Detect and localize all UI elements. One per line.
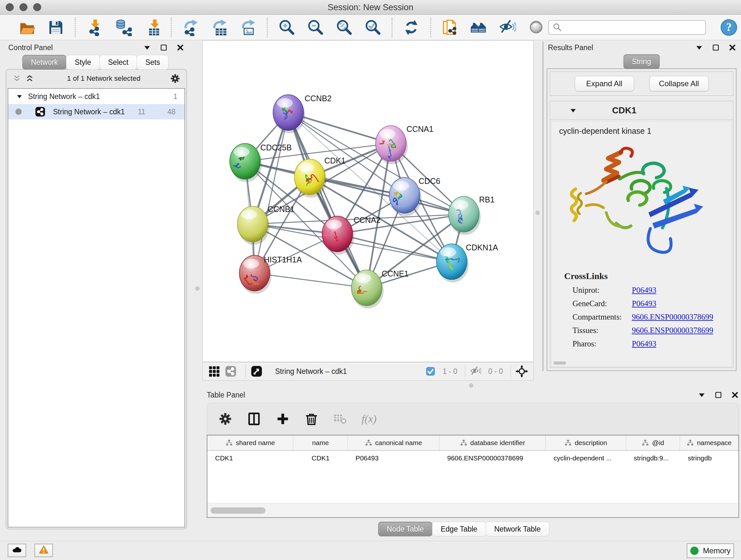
table-hscrollbar-track[interactable] (207, 503, 738, 517)
tab-network[interactable]: Network (22, 55, 66, 70)
export-image-button[interactable] (239, 19, 257, 36)
import-string-network-button[interactable] (441, 19, 459, 36)
network-row-selected[interactable]: String Network – cdk1 11 48 (8, 104, 185, 119)
show-results-button[interactable] (528, 19, 545, 36)
gene-section: CDK1 cyclin-dependent kinase 1 (550, 101, 733, 368)
hide-results-button[interactable] (499, 19, 516, 36)
right-splitter-handle[interactable] (536, 211, 540, 215)
cloud-button[interactable] (8, 544, 26, 557)
import-network-from-database-button[interactable] (115, 19, 132, 36)
table-panel-float-icon[interactable] (714, 391, 723, 399)
zoom-fit-content-button[interactable] (335, 19, 353, 36)
results-panel-float-icon[interactable] (712, 44, 720, 52)
collection-expand-icon[interactable] (16, 93, 23, 100)
control-panel-float-icon[interactable] (159, 44, 168, 52)
table-cell[interactable]: CDK1 (207, 454, 293, 462)
svg-text:?: ? (726, 21, 732, 34)
network-collection-row[interactable]: String Network – cdk1 1 (8, 89, 185, 104)
column-header-namespace[interactable]: namespace (680, 435, 738, 450)
detach-view-icon[interactable] (250, 365, 263, 378)
export-network-button[interactable] (182, 19, 199, 36)
tab-node-table[interactable]: Node Table (378, 522, 432, 537)
bottom-splitter-handle[interactable] (469, 383, 473, 388)
crosslink-label: Pharos: (572, 339, 632, 348)
show-grid-icon[interactable] (208, 365, 220, 378)
collapse-all-button[interactable]: Collapse All (650, 76, 709, 91)
apply-preferred-layout-button[interactable] (403, 19, 420, 36)
network-edge-count: 48 (167, 108, 176, 116)
table-cell[interactable]: CDK1 (293, 454, 348, 462)
shared-column-icon (642, 439, 649, 446)
column-header-shared-name[interactable]: shared name (207, 435, 293, 450)
results-hscrollbar[interactable] (553, 361, 566, 365)
control-panel: Control Panel NetworkStyleSelectSets 1 o… (4, 42, 189, 530)
import-network-from-file-button[interactable] (86, 19, 103, 36)
expand-all-networks-icon[interactable] (25, 74, 35, 83)
birdseye-view-icon[interactable] (515, 365, 528, 378)
tab-select[interactable]: Select (99, 55, 137, 70)
network-view-icon[interactable] (224, 365, 237, 378)
column-header-database-identifier[interactable]: database identifier (440, 435, 546, 450)
left-splitter-handle[interactable] (195, 287, 199, 291)
tab-string[interactable]: String (623, 54, 660, 69)
gene-collapse-icon[interactable] (569, 107, 577, 114)
shared-column-icon (687, 439, 694, 446)
tab-sets[interactable]: Sets (137, 55, 169, 70)
selected-node-edge-counts: 1 - 0 (443, 367, 457, 376)
expand-all-button[interactable]: Expand All (575, 76, 634, 91)
create-column-icon[interactable] (275, 412, 290, 426)
node-label: HIST1H1A (264, 255, 302, 264)
node-label: CCNA1 (407, 125, 434, 133)
table-hscrollbar-thumb[interactable] (211, 507, 266, 514)
tab-style[interactable]: Style (66, 55, 99, 70)
minimize-window-button[interactable] (19, 3, 27, 11)
tab-edge-table[interactable]: Edge Table (432, 522, 486, 537)
save-session-button[interactable] (47, 19, 64, 36)
help-button[interactable]: ? (720, 18, 738, 37)
export-table-button[interactable] (211, 19, 228, 36)
crosslink-value[interactable]: P06493 (632, 339, 656, 348)
shared-column-icon (365, 439, 372, 446)
crosslink-value[interactable]: P06493 (632, 286, 656, 295)
delete-column-icon[interactable] (304, 412, 319, 426)
toolbar-group-layout (392, 17, 430, 37)
control-panel-menu-icon[interactable] (143, 44, 151, 52)
search-input[interactable] (563, 21, 702, 34)
crosslink-value[interactable]: 9606.ENSP00000378699 (632, 326, 713, 335)
table-cell[interactable]: cyclin-dependent ... (546, 454, 626, 462)
string-home-button[interactable] (470, 19, 487, 36)
selected-checkbox-icon[interactable] (425, 366, 435, 376)
table-panel-menu-icon[interactable] (697, 391, 706, 399)
zoom-window-button[interactable] (33, 3, 41, 11)
table-row[interactable]: CDK1CDK1P064939606.ENSP00000378699cyclin… (207, 451, 738, 465)
results-panel-menu-icon[interactable] (695, 44, 703, 52)
memory-button[interactable]: Memory (687, 543, 734, 558)
column-header-canonical-name[interactable]: canonical name (348, 435, 440, 450)
crosslink-value[interactable]: P06493 (632, 299, 656, 308)
network-options-gear-icon[interactable] (170, 73, 181, 84)
results-panel-close-icon[interactable] (728, 44, 737, 52)
close-window-button[interactable] (6, 3, 14, 11)
column-header-name[interactable]: name (293, 435, 348, 450)
table-cell[interactable]: stringdb:9... (626, 454, 680, 462)
zoom-selected-button[interactable] (364, 19, 381, 36)
network-canvas[interactable]: CCNB2CCNA1CDC25BCDK1CDC6RB1CCNB1CCNA2CDK… (202, 40, 534, 362)
collapse-all-networks-icon[interactable] (12, 74, 22, 83)
table-cell[interactable]: P06493 (348, 454, 440, 462)
zoom-out-button[interactable] (307, 19, 324, 36)
open-session-button[interactable] (18, 19, 36, 36)
gene-section-header[interactable]: CDK1 (550, 101, 733, 120)
column-header-description[interactable]: description (546, 435, 626, 450)
table-cell[interactable]: 9606.ENSP00000378699 (440, 454, 546, 462)
show-columns-icon[interactable] (247, 412, 261, 426)
warnings-button[interactable] (35, 544, 53, 557)
crosslink-value[interactable]: 9606.ENSP00000378699 (632, 313, 713, 321)
column-header--id[interactable]: @id (626, 435, 680, 450)
tab-network-table[interactable]: Network Table (486, 522, 549, 537)
table-cell[interactable]: stringdb (680, 454, 738, 462)
zoom-in-button[interactable] (278, 19, 295, 36)
control-panel-close-icon[interactable] (176, 44, 185, 52)
table-panel-close-icon[interactable] (731, 391, 739, 399)
table-options-gear-icon[interactable] (218, 412, 232, 426)
import-table-from-file-button[interactable] (143, 19, 160, 36)
